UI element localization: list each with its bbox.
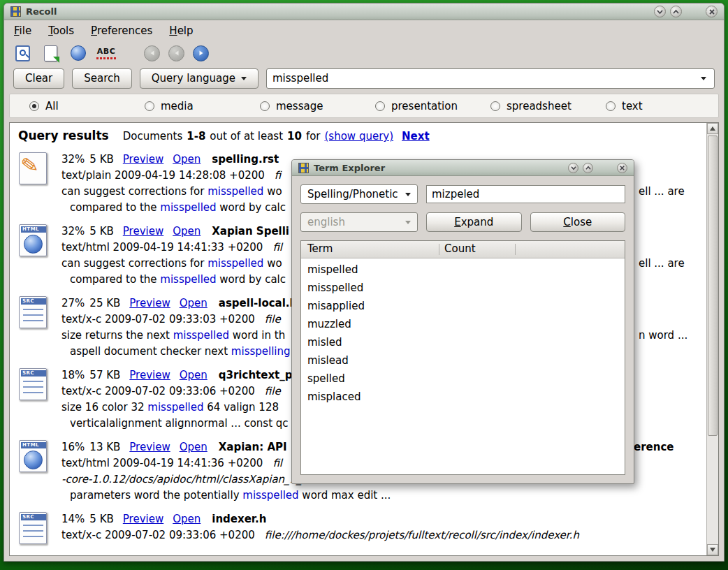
preview-link[interactable]: Preview <box>129 369 170 381</box>
column-header-count[interactable]: Count <box>444 242 476 255</box>
filter-presentation[interactable]: presentation <box>375 100 490 112</box>
results-for-label: for <box>306 130 321 142</box>
result-title: spelling.rst <box>212 153 279 166</box>
scroll-up-icon[interactable] <box>707 123 718 134</box>
file-size: 5 KB <box>89 513 113 525</box>
open-link[interactable]: Open <box>180 441 208 453</box>
file-size: 5 KB <box>89 225 113 238</box>
term-row[interactable]: misplaced <box>301 388 625 406</box>
search-input[interactable] <box>272 72 697 85</box>
language-select[interactable]: english <box>300 212 418 232</box>
result-title: Xapian Spelli <box>212 225 289 238</box>
filter-all[interactable]: All <box>29 100 145 112</box>
search-button[interactable]: Search <box>72 68 132 89</box>
open-link[interactable]: Open <box>180 369 208 381</box>
document-type-filters: All media message presentation spreadshe… <box>9 94 719 118</box>
term-row[interactable]: misapplied <box>301 297 625 315</box>
open-link[interactable]: Open <box>180 297 208 309</box>
maximize-icon[interactable] <box>670 6 682 17</box>
show-query-link[interactable]: (show query) <box>325 130 394 142</box>
open-link[interactable]: Open <box>173 225 201 238</box>
scroll-down-icon[interactable] <box>707 544 718 555</box>
source-document-icon: SRC <box>18 511 49 545</box>
titlebar-buttons <box>654 6 718 17</box>
query-language-dropdown[interactable]: Query language <box>140 68 259 89</box>
filter-text[interactable]: text <box>606 100 643 112</box>
result-title: indexer.h <box>212 513 266 525</box>
relevance-percent: 16% <box>61 441 85 453</box>
relevance-percent: 32% <box>61 225 85 238</box>
close-icon[interactable] <box>706 6 718 17</box>
chevron-down-icon <box>405 193 411 196</box>
results-scrollbar <box>706 123 718 555</box>
text-document-icon: ✎ <box>18 152 49 185</box>
menu-tools[interactable]: Tools <box>48 24 74 37</box>
title-fragment: erence <box>634 439 674 455</box>
menu-file[interactable]: File <box>14 24 31 37</box>
table-header[interactable]: Term Count <box>301 241 625 258</box>
menu-preferences[interactable]: Preferences <box>91 24 152 37</box>
first-page-button[interactable] <box>144 45 160 61</box>
term-row[interactable]: spelled <box>301 370 625 388</box>
filter-label: media <box>161 100 194 112</box>
highlighted-term: misspelled <box>208 185 263 198</box>
combo-dropdown-icon[interactable] <box>697 69 710 88</box>
term-row[interactable]: misspelled <box>301 279 625 297</box>
menubar: File Tools Preferences Help <box>4 20 724 41</box>
desktop-background: Recoll File Tools Preferences Help <box>0 0 728 570</box>
open-link[interactable]: Open <box>173 153 201 166</box>
query-history-button[interactable] <box>68 43 88 63</box>
preview-link[interactable]: Preview <box>123 225 163 238</box>
term-input[interactable] <box>426 185 625 203</box>
result-title: aspell-local.h <box>219 297 297 309</box>
next-page-link[interactable]: Next <box>402 130 430 142</box>
filter-spreadsheet[interactable]: spreadsheet <box>490 100 606 112</box>
open-link[interactable]: Open <box>173 513 201 525</box>
arrow-left-icon <box>173 49 181 57</box>
close-button[interactable]: Close <box>530 212 626 232</box>
scrollbar-thumb[interactable] <box>708 136 718 436</box>
search-bar: Clear Search Query language <box>4 65 724 92</box>
highlighted-term: misspelled <box>160 201 216 214</box>
minimize-icon[interactable] <box>654 6 666 17</box>
column-header-term[interactable]: Term <box>307 242 333 255</box>
clear-button[interactable]: Clear <box>13 68 64 89</box>
mime-and-date: text/x-c 2009-07-02 09:33:06 +0200 <box>61 385 255 397</box>
next-page-button[interactable] <box>193 45 209 61</box>
erase-search-button[interactable] <box>13 43 32 63</box>
term-row[interactable]: muzzled <box>301 315 625 333</box>
term-row[interactable]: misled <box>301 333 625 351</box>
filter-message[interactable]: message <box>260 100 375 112</box>
preview-link[interactable]: Preview <box>129 297 170 309</box>
term-row[interactable]: mislead <box>301 351 625 370</box>
menu-help[interactable]: Help <box>169 24 193 37</box>
term-row[interactable]: mispelled <box>301 261 625 279</box>
relevance-percent: 14% <box>61 513 85 525</box>
radio-button <box>606 101 616 111</box>
filter-media[interactable]: media <box>145 100 260 112</box>
html-document-icon: HTML <box>18 439 49 473</box>
preview-link[interactable]: Preview <box>123 513 163 525</box>
preview-link[interactable]: Preview <box>123 153 163 166</box>
minimize-icon[interactable] <box>568 163 578 173</box>
result-title: Xapian: API <box>219 441 287 453</box>
preview-link[interactable]: Preview <box>129 441 170 453</box>
radio-button <box>260 101 270 111</box>
relevance-percent: 27% <box>61 297 85 309</box>
window-titlebar[interactable]: Recoll <box>4 3 724 20</box>
expansion-mode-value: Spelling/Phonetic <box>307 188 398 200</box>
save-query-button[interactable] <box>41 43 60 63</box>
code-lines-icon <box>23 309 43 326</box>
toolbar: ABC <box>4 41 724 65</box>
expansion-mode-select[interactable]: Spelling/Phonetic <box>300 184 418 204</box>
document-green-arrow-icon <box>44 45 57 61</box>
previous-page-button[interactable] <box>168 45 184 61</box>
maximize-icon[interactable] <box>583 163 593 173</box>
dialog-titlebar[interactable]: Term Explorer <box>292 160 634 176</box>
search-combobox <box>266 68 715 89</box>
close-icon[interactable] <box>617 163 627 173</box>
expand-button[interactable]: Expand <box>426 212 522 232</box>
term-explorer-button[interactable]: ABC <box>96 43 116 63</box>
results-range: 1-8 <box>187 130 205 142</box>
file-size: 5 KB <box>89 153 113 166</box>
